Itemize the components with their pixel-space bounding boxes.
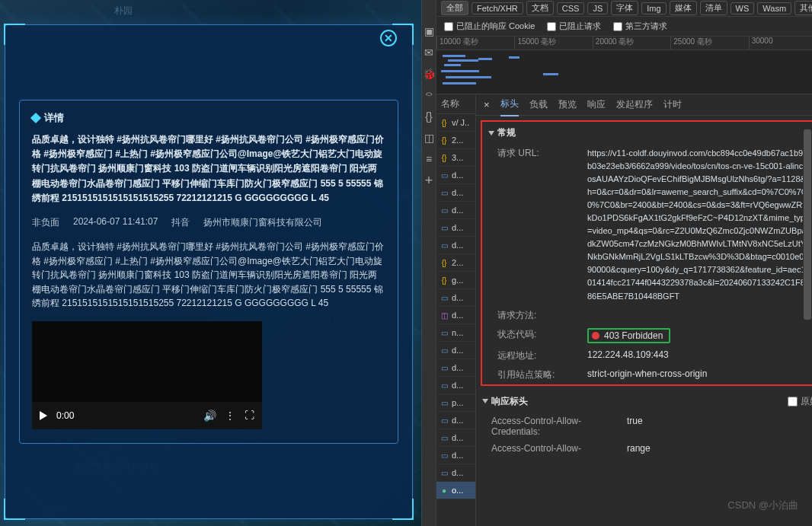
tab-response[interactable]: 响应 (587, 94, 606, 116)
request-row[interactable]: ▭d... (436, 342, 475, 359)
request-name: n... (452, 328, 463, 337)
filter-manifest[interactable]: 清单 (700, 1, 727, 15)
file-type-icon: ● (440, 486, 449, 495)
request-name: p... (452, 398, 463, 407)
more-icon[interactable]: ⋮ (225, 410, 235, 421)
app-icon[interactable]: ◫ (422, 131, 436, 145)
kv-key: 引用站点策略: (497, 368, 581, 381)
cb-blocked-cookie[interactable]: 已阻止的响应 Cookie (444, 21, 535, 32)
video-controls: 0:00 🔊 ⋮ ⛶ (32, 402, 262, 429)
raw-checkbox[interactable]: 原始 (788, 395, 812, 408)
file-type-icon: ▭ (440, 434, 449, 442)
request-row[interactable]: ▭d... (436, 184, 475, 202)
network-waterfall[interactable] (436, 50, 812, 94)
meta-company: 扬州市顺康门窗科技有限公司 (203, 216, 322, 229)
ruler-tick: 20000 毫秒 (593, 37, 670, 49)
close-button[interactable]: ✕ (380, 30, 397, 46)
file-type-icon: ▭ (440, 364, 449, 372)
filter-css[interactable]: CSS (557, 2, 585, 14)
request-row[interactable]: ▭d... (436, 359, 475, 377)
resp-header-row: Access-Control-Allow-Credentials: true (476, 413, 812, 440)
request-row[interactable]: ▭p... (436, 394, 475, 412)
timeline-ruler[interactable]: 10000 毫秒 15000 毫秒 20000 毫秒 25000 毫秒 3000… (436, 37, 812, 50)
general-section-header[interactable]: 常规 (482, 122, 812, 144)
message-icon[interactable]: ✉ (422, 46, 436, 59)
status-text: 403 Forbidden (604, 330, 663, 341)
cb-blocked-req[interactable]: 已阻止请求 (547, 21, 601, 32)
filter-js[interactable]: JS (587, 2, 608, 14)
filter-wasm[interactable]: Wasm (757, 2, 791, 14)
response-headers-header[interactable]: 响应标头 原始 (476, 391, 812, 413)
layers-icon[interactable]: ≡ (422, 152, 436, 166)
volume-icon[interactable]: 🔊 (203, 410, 216, 422)
tab-initiator[interactable]: 发起程序 (616, 94, 653, 116)
filter-all[interactable]: 全部 (441, 1, 468, 15)
request-row[interactable]: {}v/ J.. (436, 114, 475, 132)
detail-card: 详情 品质卓越，设计独特 #扬州抗风卷帘门哪里好 #扬州抗风卷帘门公司 #扬州极… (19, 100, 398, 444)
filter-media[interactable]: 媒体 (670, 1, 697, 15)
kv-value: range (627, 443, 812, 454)
file-type-icon: ▭ (440, 329, 449, 337)
video-player[interactable]: 0:00 🔊 ⋮ ⛶ (32, 321, 262, 429)
request-row[interactable]: ▭d... (436, 447, 475, 464)
cb-third-party[interactable]: 第三方请求 (613, 21, 667, 32)
scrollbar-thumb[interactable] (804, 129, 811, 320)
response-headers-label: 响应标头 (491, 395, 528, 408)
plus-icon[interactable]: + (422, 174, 436, 187)
request-row[interactable]: ▭d... (436, 219, 475, 237)
request-row[interactable]: ▭d... (436, 377, 475, 394)
ruler-tick: 25000 毫秒 (670, 37, 748, 49)
inspect-icon[interactable]: ▣ (422, 24, 436, 38)
request-list[interactable]: 名称 {}v/ J..{}2...{}3...▭d...▭d...▭d...▭d… (436, 94, 476, 526)
tab-preview[interactable]: 预览 (558, 94, 577, 116)
waterfall-bar (543, 73, 558, 75)
file-type-icon: ◫ (440, 311, 449, 320)
filter-doc[interactable]: 文档 (526, 1, 554, 15)
request-row[interactable]: ▭d... (436, 202, 475, 219)
tab-payload[interactable]: 负载 (529, 94, 548, 116)
file-type-icon: ▭ (440, 189, 449, 197)
watermark: CSDN @小泊曲 (727, 499, 798, 512)
request-row[interactable]: ▭d... (436, 429, 475, 447)
filter-ws[interactable]: WS (730, 2, 755, 14)
wifi-icon[interactable]: ⌔ (422, 88, 436, 102)
play-icon[interactable] (40, 411, 47, 420)
filter-other[interactable]: 其他 (794, 1, 812, 15)
request-row[interactable]: {}3... (436, 149, 475, 167)
kv-remote-addr: 远程地址: 122.224.48.109:443 (482, 346, 812, 365)
waterfall-bar (441, 70, 479, 72)
file-type-icon: ▭ (440, 416, 449, 425)
vertical-scrollbar[interactable] (803, 123, 812, 344)
request-row[interactable]: ▭d... (436, 237, 475, 254)
filter-img[interactable]: Img (641, 2, 666, 14)
file-type-icon: ▭ (440, 451, 449, 460)
request-row[interactable]: ●o... (436, 482, 475, 499)
fullscreen-icon[interactable]: ⛶ (245, 410, 254, 421)
tab-headers[interactable]: 标头 (500, 94, 519, 116)
file-type-icon: ▭ (440, 346, 449, 355)
request-row[interactable]: {}2... (436, 132, 475, 149)
request-row[interactable]: ▭d... (436, 464, 475, 482)
request-row[interactable]: ▭d... (436, 412, 475, 429)
request-row[interactable]: ▭d... (436, 289, 475, 307)
bug-icon[interactable]: 🐞 (422, 67, 436, 81)
request-name: 2... (452, 258, 463, 267)
filter-fetch[interactable]: Fetch/XHR (472, 2, 523, 14)
request-row[interactable]: {}2... (436, 254, 475, 272)
waterfall-bar (444, 64, 461, 66)
request-row[interactable]: ◫d... (436, 307, 475, 324)
kv-key: Access-Control-Allow- (491, 443, 621, 454)
status-dot-icon (592, 332, 599, 340)
tab-timing[interactable]: 计时 (663, 94, 682, 116)
filter-font[interactable]: 字体 (611, 1, 638, 15)
file-type-icon: {} (440, 119, 449, 127)
request-name: d... (452, 416, 463, 425)
brace-icon[interactable]: {} (422, 110, 436, 123)
close-detail-icon[interactable]: × (484, 99, 490, 110)
request-row[interactable]: {}g... (436, 272, 475, 289)
request-name: d... (452, 188, 463, 197)
waterfall-bar (509, 56, 519, 59)
request-detail-pane: × 标头 负载 预览 响应 发起程序 计时 常规 请求 URL: https: (476, 94, 812, 526)
request-row[interactable]: ▭n... (436, 324, 475, 342)
request-row[interactable]: ▭d... (436, 167, 475, 184)
